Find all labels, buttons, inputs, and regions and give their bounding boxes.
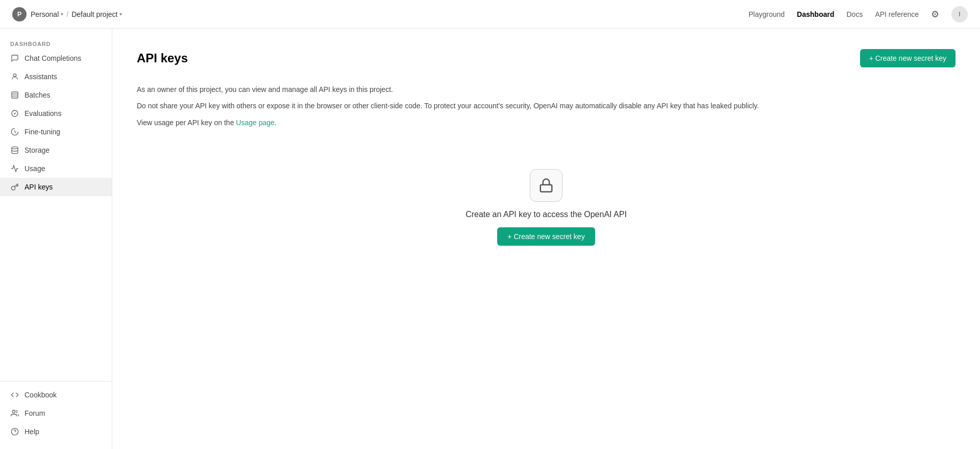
page-title: API keys xyxy=(137,51,188,65)
user-avatar[interactable]: I xyxy=(951,6,968,22)
lock-icon-wrapper xyxy=(530,169,562,202)
settings-icon[interactable]: ⚙ xyxy=(931,9,939,20)
sidebar-item-storage[interactable]: Storage xyxy=(0,141,112,159)
sidebar-bottom: Cookbook Forum Help xyxy=(0,381,112,441)
svg-rect-1 xyxy=(12,92,18,98)
batches-icon xyxy=(10,90,19,100)
sidebar-item-fine-tuning[interactable]: Fine-tuning xyxy=(0,123,112,141)
help-icon xyxy=(10,427,19,436)
sidebar: DASHBOARD Chat Completions Assistants Ba… xyxy=(0,29,112,449)
top-navigation: P Personal ▾ / Default project ▾ Playgro… xyxy=(0,0,980,29)
sidebar-item-assistants[interactable]: Assistants xyxy=(0,67,112,86)
sidebar-item-batches[interactable]: Batches xyxy=(0,86,112,104)
breadcrumb-separator: / xyxy=(66,10,68,18)
chat-icon xyxy=(10,54,19,63)
breadcrumb-org[interactable]: Personal ▾ xyxy=(31,10,63,18)
sidebar-item-evaluations[interactable]: Evaluations xyxy=(0,104,112,123)
org-avatar[interactable]: P xyxy=(12,7,27,21)
main-content: API keys + Create new secret key As an o… xyxy=(112,29,980,449)
info-text-3: View usage per API key on the Usage page… xyxy=(137,117,955,128)
page-header: API keys + Create new secret key xyxy=(137,49,955,67)
sidebar-section-label: DASHBOARD xyxy=(0,37,112,49)
empty-state: Create an API key to access the OpenAI A… xyxy=(137,169,955,246)
forum-icon xyxy=(10,409,19,418)
storage-icon xyxy=(10,146,19,155)
breadcrumb: Personal ▾ / Default project ▾ xyxy=(31,10,122,18)
sidebar-item-forum[interactable]: Forum xyxy=(0,404,112,422)
nav-api-reference[interactable]: API reference xyxy=(875,10,919,18)
chevron-down-icon: ▾ xyxy=(119,11,122,17)
create-secret-key-button-center[interactable]: + Create new secret key xyxy=(497,227,595,246)
svg-point-5 xyxy=(12,147,18,149)
info-text-2: Do not share your API key with others or… xyxy=(137,100,955,111)
person-icon xyxy=(10,72,19,81)
sidebar-item-api-keys[interactable]: API keys xyxy=(0,178,112,196)
sidebar-item-usage[interactable]: Usage xyxy=(0,159,112,178)
svg-point-0 xyxy=(13,74,16,77)
nav-left: P Personal ▾ / Default project ▾ xyxy=(12,7,749,21)
nav-docs[interactable]: Docs xyxy=(846,10,863,18)
key-icon xyxy=(10,182,19,192)
lock-icon xyxy=(538,178,554,193)
create-secret-key-button-top[interactable]: + Create new secret key xyxy=(860,49,955,67)
svg-point-6 xyxy=(12,410,15,413)
sidebar-item-help[interactable]: Help xyxy=(0,422,112,441)
empty-state-text: Create an API key to access the OpenAI A… xyxy=(465,210,627,219)
nav-playground[interactable]: Playground xyxy=(749,10,785,18)
nav-dashboard[interactable]: Dashboard xyxy=(797,10,834,18)
code-icon xyxy=(10,390,19,399)
nav-right: Playground Dashboard Docs API reference … xyxy=(749,6,968,22)
finetune-icon xyxy=(10,127,19,136)
svg-rect-9 xyxy=(541,185,552,192)
chevron-down-icon: ▾ xyxy=(61,11,63,17)
layout: DASHBOARD Chat Completions Assistants Ba… xyxy=(0,29,980,449)
info-text-1: As an owner of this project, you can vie… xyxy=(137,84,955,95)
usage-icon xyxy=(10,164,19,173)
breadcrumb-project[interactable]: Default project ▾ xyxy=(71,10,122,18)
sidebar-item-cookbook[interactable]: Cookbook xyxy=(0,386,112,404)
evaluations-icon xyxy=(10,109,19,118)
sidebar-item-chat-completions[interactable]: Chat Completions xyxy=(0,49,112,67)
usage-page-link[interactable]: Usage page xyxy=(236,119,275,127)
